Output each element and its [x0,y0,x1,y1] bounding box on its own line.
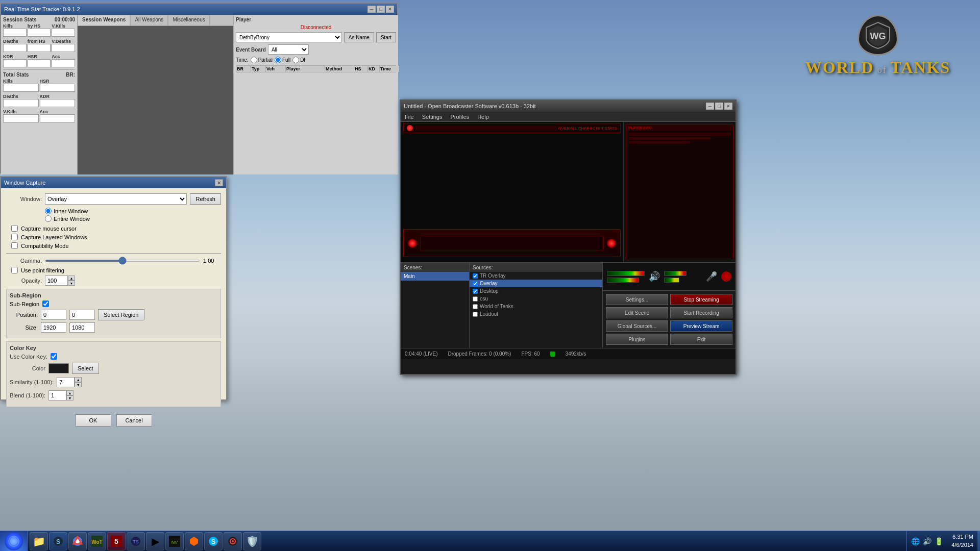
capture-layered-checkbox[interactable] [11,234,18,240]
obs-source-tr-overlay[interactable]: TR Overlay [470,272,602,280]
capture-mouse-checkbox[interactable] [11,225,18,232]
taskbar-teamspeak[interactable]: TS [127,532,145,550]
window-select[interactable]: Overlay [45,193,187,205]
taskbar-steam[interactable]: S [49,532,67,550]
cancel-button[interactable]: Cancel [116,414,152,427]
opacity-up[interactable]: ▲ [68,276,75,281]
obs-stop-streaming-button[interactable]: Stop Streaming [670,294,732,305]
obs-global-sources-button[interactable]: Global Sources... [606,320,668,332]
kills-label: Kills [3,23,27,29]
obs-exit-button[interactable]: Exit [670,334,732,345]
similarity-down[interactable]: ▼ [75,382,82,387]
taskbar-explorer[interactable]: 📁 [30,532,48,550]
taskbar-shield[interactable]: 🛡️ [243,532,261,550]
start-button[interactable]: Start [376,32,396,42]
osu-checkbox[interactable] [473,296,478,302]
taskbar-app5[interactable]: 5 [107,532,126,550]
obs-source-osu[interactable]: osu [470,295,602,303]
obs-menu-file[interactable]: File [401,112,418,122]
color-label: Color [10,365,45,371]
tab-all-weapons[interactable]: All Weapons [130,15,168,26]
start-button[interactable] [0,531,28,552]
refresh-button[interactable]: Refresh [190,193,221,205]
color-select-button[interactable]: Select [72,363,99,374]
capture-mouse-label: Capture mouse cursor [21,226,77,232]
obs-scenes-sources-area: Scenes: Main Sources: TR Overlay Overlay… [401,262,736,348]
window-capture-close-button[interactable]: ✕ [215,179,223,186]
position-x-input[interactable] [41,310,66,320]
taskbar-hex-app[interactable] [185,532,203,550]
gamma-label: Gamma: [6,258,42,264]
desktop-checkbox[interactable] [473,289,478,294]
tab-session-weapons[interactable]: Session Weapons [78,15,130,26]
use-color-key-checkbox[interactable] [51,353,57,360]
obs-close[interactable]: ✕ [724,103,732,110]
obs-edit-scene-button[interactable]: Edit Scene [606,307,668,318]
player-select[interactable]: DethByBrony [236,32,342,42]
obs-maximize[interactable]: □ [715,103,723,110]
obs-menu-profiles[interactable]: Profiles [446,112,473,122]
size-h-input[interactable] [69,322,95,333]
ok-button[interactable]: OK [76,414,111,427]
obs-volume-bar-right [607,278,639,283]
position-y-input[interactable] [69,310,95,320]
diff-radio[interactable] [292,57,299,63]
stat-tracker-close[interactable]: ✕ [386,6,394,13]
wot-checkbox[interactable] [473,304,478,309]
blend-down[interactable]: ▼ [66,395,74,400]
obs-settings-button[interactable]: Settings... [606,294,668,305]
select-region-button[interactable]: Select Region [98,309,144,320]
similarity-up[interactable]: ▲ [75,377,82,382]
as-name-button[interactable]: As Name [344,32,374,42]
blend-up[interactable]: ▲ [66,390,74,395]
stat-tracker-minimize[interactable]: ─ [368,6,376,13]
obs-menu-settings[interactable]: Settings [418,112,447,122]
show-desktop-button[interactable] [977,531,980,552]
gamma-slider[interactable] [45,260,200,262]
opacity-field[interactable] [45,276,68,286]
inner-window-radio[interactable] [45,208,52,214]
size-w-input[interactable] [41,322,66,333]
obs-preview-main: OVERALL CHARACTER STATS [401,122,623,262]
overlay-checkbox[interactable] [473,281,478,286]
taskbar-skype[interactable]: S [204,532,223,550]
event-board-select[interactable]: All [268,44,309,55]
full-radio[interactable] [275,57,281,63]
tray-network-icon[interactable]: 🌐 [911,537,920,545]
color-swatch[interactable] [48,363,69,373]
tray-battery-icon[interactable]: 🔋 [935,537,943,545]
svg-text:S: S [56,538,60,545]
use-point-filtering-checkbox[interactable] [11,267,18,273]
tray-volume-icon[interactable]: 🔊 [923,537,932,545]
entire-window-radio[interactable] [45,215,52,222]
opacity-down[interactable]: ▼ [68,281,75,286]
obs-scene-main[interactable]: Main [401,272,469,281]
stat-tracker-maximize[interactable]: □ [377,6,385,13]
partial-radio[interactable] [251,57,257,63]
obs-source-overlay[interactable]: Overlay [470,280,602,287]
gamma-value: 1.00 [203,258,221,264]
compatibility-checkbox[interactable] [11,242,18,249]
taskbar-media[interactable]: ▶ [146,532,164,550]
obs-source-loadout[interactable]: Loadout [470,310,602,318]
obs-mute-icon[interactable] [721,271,731,282]
obs-minimize[interactable]: ─ [706,103,714,110]
similarity-input[interactable] [57,377,75,387]
taskbar-nvidia[interactable]: NV [165,532,184,550]
obs-source-desktop[interactable]: Desktop [470,287,602,295]
stats-left-panel: Session Stats 00:00:00 Kills by HS V.Kil… [1,15,78,174]
tr-overlay-checkbox[interactable] [473,273,478,279]
obs-source-wot[interactable]: World of Tanks [470,303,602,310]
blend-input[interactable] [48,390,66,400]
tab-miscellaneous[interactable]: Miscellaneous [168,15,209,26]
obs-plugins-button[interactable]: Plugins [606,334,668,345]
taskbar-obs[interactable] [224,532,242,550]
taskbar-clock[interactable]: 6:31 PM 4/6/2014 [947,533,977,549]
sub-region-checkbox[interactable] [42,300,49,307]
obs-menu-help[interactable]: Help [473,112,493,122]
obs-start-recording-button[interactable]: Start Recording [670,307,732,318]
loadout-checkbox[interactable] [473,312,478,317]
taskbar-wot-app[interactable]: WoT [88,532,106,550]
taskbar-chrome[interactable] [68,532,87,550]
obs-preview-stream-button[interactable]: Preview Stream [670,320,732,332]
